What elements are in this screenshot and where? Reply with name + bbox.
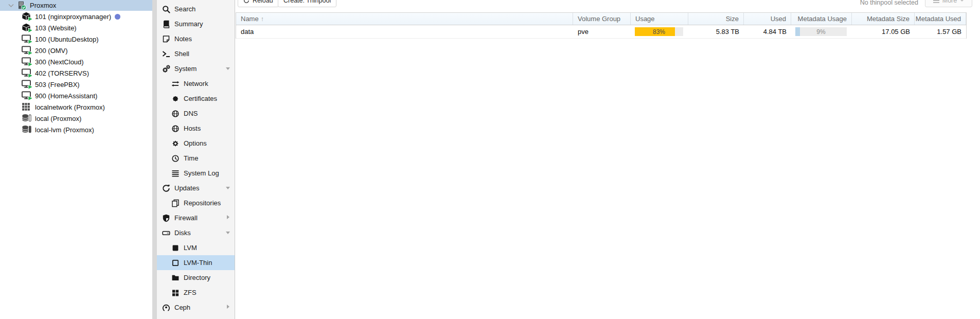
chevron-down-icon[interactable] xyxy=(226,67,230,70)
running-indicator-icon xyxy=(28,73,33,78)
tree-item-vm-100[interactable]: 100 (UbuntuDesktop) xyxy=(0,33,152,45)
column-header-metadata-usage[interactable]: Metadata Usage xyxy=(791,13,852,25)
running-indicator-icon xyxy=(28,16,33,22)
tag-dot xyxy=(115,14,120,20)
reload-button-label: Reload xyxy=(253,0,273,4)
nav-item-label: DNS xyxy=(184,110,198,117)
refresh-icon xyxy=(162,184,170,192)
tree-item-label: 103 (Website) xyxy=(35,24,77,32)
book-icon xyxy=(162,20,170,28)
expanded-caret-icon[interactable] xyxy=(8,4,14,8)
column-header-name[interactable]: Name ↑ xyxy=(236,13,573,25)
nav-item-lvm-thin[interactable]: LVM-Thin xyxy=(157,255,235,270)
server-node-icon xyxy=(16,1,27,10)
column-header-metadata-used[interactable]: Metadata Used xyxy=(915,13,966,25)
chevron-right-icon[interactable] xyxy=(227,215,229,219)
nav-item-summary[interactable]: Summary xyxy=(157,16,235,31)
nav-item-label: Search xyxy=(174,5,195,13)
table-header-row: Name ↑ Volume Group Usage Size Used Meta… xyxy=(236,12,966,25)
lvm-thin-content: Reload Create: Thinpool No thinpool sele… xyxy=(235,0,980,319)
nav-item-ceph[interactable]: Ceph xyxy=(157,300,235,315)
tree-item-vm-402[interactable]: 402 (TORSERVS) xyxy=(0,67,152,79)
chevron-down-icon[interactable] xyxy=(226,232,230,234)
nav-item-label: LVM-Thin xyxy=(184,259,212,267)
tree-item-network-localnetwork[interactable]: localnetwork (Proxmox) xyxy=(0,101,152,113)
tree-item-label: 503 (FreePBX) xyxy=(35,81,80,88)
tree-item-ct-103[interactable]: 103 (Website) xyxy=(0,22,152,33)
create-thinpool-button[interactable]: Create: Thinpool xyxy=(278,0,336,7)
square-outline-icon xyxy=(171,259,180,267)
nav-item-dns[interactable]: DNS xyxy=(157,106,235,121)
nav-item-label: Hosts xyxy=(184,125,201,132)
tree-item-label: local (Proxmox) xyxy=(35,115,81,122)
nav-item-certificates[interactable]: Certificates xyxy=(157,91,235,106)
nav-item-zfs[interactable]: ZFS xyxy=(157,285,235,300)
more-button[interactable]: More xyxy=(925,0,972,7)
panel-splitter[interactable] xyxy=(152,0,157,319)
nav-item-search[interactable]: Search xyxy=(157,2,235,16)
tree-item-node-proxmox[interactable]: Proxmox xyxy=(0,0,152,11)
vm-icon xyxy=(22,34,32,44)
nav-item-lvm[interactable]: LVM xyxy=(157,240,235,255)
globe-icon xyxy=(171,125,180,133)
nav-item-notes[interactable]: Notes xyxy=(157,31,235,46)
column-header-metadata-size[interactable]: Metadata Size xyxy=(852,13,915,25)
nav-item-shell[interactable]: Shell xyxy=(157,46,235,61)
chevron-right-icon[interactable] xyxy=(227,305,229,309)
th-large-icon xyxy=(171,289,180,297)
nav-item-label: Repositories xyxy=(184,199,221,207)
chevron-down-icon xyxy=(960,0,964,2)
nav-item-network[interactable]: Network xyxy=(157,76,235,91)
nav-item-system[interactable]: System xyxy=(157,61,235,76)
column-header-volume-group[interactable]: Volume Group xyxy=(573,13,631,25)
nav-item-options[interactable]: Options xyxy=(157,136,235,151)
running-indicator-icon xyxy=(28,84,33,90)
column-header-usage[interactable]: Usage xyxy=(631,13,688,25)
tree-item-label: local-lvm (Proxmox) xyxy=(35,126,94,134)
reload-button[interactable]: Reload xyxy=(238,0,279,7)
nav-item-label: System Log xyxy=(184,169,219,177)
nav-item-firewall[interactable]: Firewall xyxy=(157,210,235,225)
ceph-icon xyxy=(162,304,170,312)
nav-item-label: Options xyxy=(184,139,207,147)
vm-icon xyxy=(22,91,32,100)
tree-item-vm-300[interactable]: 300 (NextCloud) xyxy=(0,56,152,67)
tree-item-storage-local[interactable]: local (Proxmox) xyxy=(0,113,152,124)
tree-item-ct-101[interactable]: 101 (nginxproxymanager) xyxy=(0,11,152,22)
nav-item-disks[interactable]: Disks xyxy=(157,225,235,240)
nav-item-system-log[interactable]: System Log xyxy=(157,166,235,181)
running-indicator-icon xyxy=(28,39,33,44)
tree-item-storage-local-lvm[interactable]: local-lvm (Proxmox) xyxy=(0,124,152,135)
nav-item-hosts[interactable]: Hosts xyxy=(157,121,235,136)
certificate-icon xyxy=(171,95,180,103)
cell-metadata-used: 1.57 GB xyxy=(915,25,966,38)
refresh-icon xyxy=(243,0,250,4)
cell-used: 4.84 TB xyxy=(744,25,791,38)
nav-item-directory[interactable]: Directory xyxy=(157,270,235,285)
thinpool-table: Name ↑ Volume Group Usage Size Used Meta… xyxy=(236,12,967,39)
hdd-icon xyxy=(162,229,170,237)
gear-icon xyxy=(171,139,180,148)
cell-metadata-size: 17.05 GB xyxy=(852,25,915,38)
table-row[interactable]: data pve 83% 5.83 TB 4.84 TB 9% 17.05 GB… xyxy=(236,25,966,39)
list-icon xyxy=(171,169,180,178)
nav-item-label: Shell xyxy=(174,50,189,58)
tree-item-vm-900[interactable]: 900 (HomeAssistant) xyxy=(0,90,152,101)
chevron-down-icon[interactable] xyxy=(226,187,230,189)
nav-item-repositories[interactable]: Repositories xyxy=(157,196,235,210)
cell-usage: 83% xyxy=(631,25,688,38)
cell-size: 5.83 TB xyxy=(688,25,744,38)
usage-progressbar-label: 83% xyxy=(635,27,683,36)
column-header-size[interactable]: Size xyxy=(688,13,744,25)
storage-database-icon xyxy=(22,114,32,123)
usage-progressbar: 83% xyxy=(635,27,683,36)
tree-item-vm-200[interactable]: 200 (OMV) xyxy=(0,45,152,56)
nav-item-label: LVM xyxy=(184,244,197,252)
tree-item-label: 101 (nginxproxymanager) xyxy=(35,13,111,21)
tree-item-vm-503[interactable]: 503 (FreePBX) xyxy=(0,79,152,90)
tree-item-label: 402 (TORSERVS) xyxy=(35,69,89,77)
nav-item-label: Certificates xyxy=(184,95,217,102)
nav-item-updates[interactable]: Updates xyxy=(157,181,235,196)
nav-item-time[interactable]: Time xyxy=(157,151,235,166)
column-header-used[interactable]: Used xyxy=(744,13,791,25)
